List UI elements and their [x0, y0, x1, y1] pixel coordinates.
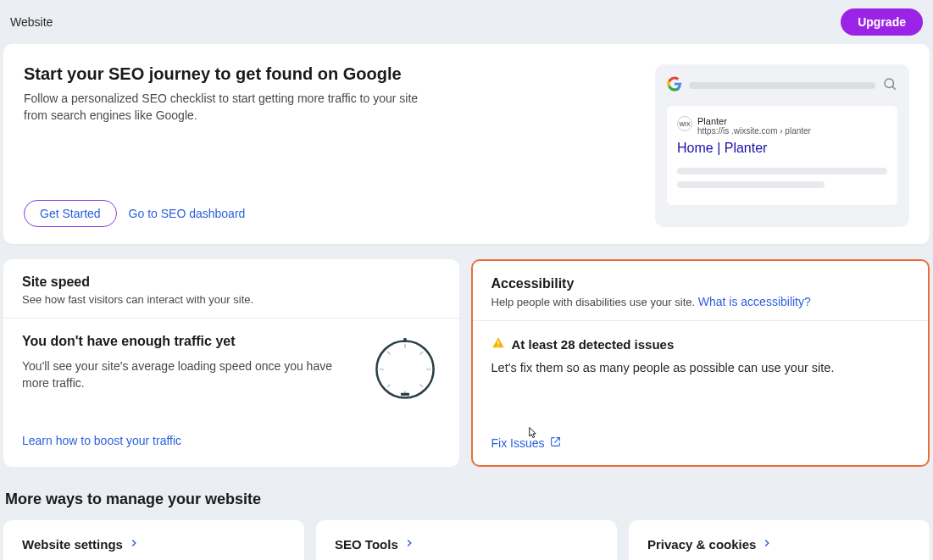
- boost-traffic-link[interactable]: Learn how to boost your traffic: [22, 434, 181, 447]
- accessibility-subtitle: Help people with disabilities use your s…: [491, 295, 910, 308]
- site-speed-subtitle: See how fast visitors can interact with …: [22, 293, 441, 306]
- google-logo-icon: [667, 76, 682, 94]
- seo-tools-card[interactable]: SEO Tools: [316, 520, 617, 560]
- upgrade-button[interactable]: Upgrade: [841, 8, 923, 36]
- warning-icon: [491, 336, 505, 352]
- svg-rect-13: [497, 341, 498, 345]
- site-speed-description: You'll see your site's average loading s…: [22, 358, 353, 392]
- accessibility-subtitle-text: Help people with disabilities use your s…: [491, 296, 698, 308]
- more-ways-heading: More ways to manage your website: [5, 491, 928, 508]
- serp-result: WIX Planter https://is .wixsite.com › pl…: [667, 106, 897, 205]
- seo-card: Start your SEO journey to get found on G…: [3, 44, 930, 244]
- serp-search-bar-placeholder: [689, 82, 875, 89]
- gauge-icon: [369, 334, 441, 405]
- svg-point-2: [376, 341, 433, 398]
- more-card-title: SEO Tools: [335, 537, 398, 552]
- svg-line-1: [892, 86, 895, 89]
- search-icon: [882, 76, 897, 94]
- seo-title: Start your SEO journey to get found on G…: [24, 64, 635, 84]
- what-is-accessibility-link[interactable]: What is accessibility?: [698, 295, 811, 308]
- svg-rect-14: [497, 346, 498, 347]
- serp-favicon: WIX: [677, 116, 692, 131]
- accessibility-issue-heading: At least 28 detected issues: [512, 337, 675, 352]
- external-link-icon: [550, 436, 561, 450]
- fix-issues-link[interactable]: Fix Issues: [491, 436, 561, 450]
- accessibility-card: Accessibility Help people with disabilit…: [471, 259, 930, 467]
- accessibility-issue-desc: Let's fix them so as many people as poss…: [491, 361, 910, 374]
- svg-point-0: [885, 79, 894, 88]
- privacy-cookies-card[interactable]: Privacy & cookies: [629, 520, 930, 560]
- accessibility-title: Accessibility: [491, 276, 910, 291]
- more-card-title: Privacy & cookies: [647, 537, 756, 552]
- site-speed-heading: You don't have enough traffic yet: [22, 334, 353, 349]
- get-started-button[interactable]: Get Started: [24, 200, 117, 227]
- page-title: Website: [10, 15, 53, 29]
- cursor-icon: [524, 425, 539, 445]
- more-card-title: Website settings: [22, 537, 123, 552]
- chevron-right-icon: [403, 537, 415, 552]
- serp-site-url: https://is .wixsite.com › planter: [697, 126, 811, 136]
- serp-placeholder-line: [677, 181, 825, 188]
- site-speed-title: Site speed: [22, 274, 441, 290]
- site-speed-card: Site speed See how fast visitors can int…: [3, 259, 459, 467]
- serp-preview: WIX Planter https://is .wixsite.com › pl…: [655, 64, 909, 227]
- svg-rect-12: [400, 393, 408, 396]
- svg-rect-3: [403, 338, 406, 342]
- chevron-right-icon: [128, 537, 140, 552]
- seo-dashboard-link[interactable]: Go to SEO dashboard: [129, 207, 246, 220]
- seo-description: Follow a personalized SEO checklist to s…: [24, 91, 422, 124]
- serp-result-title: Home | Planter: [677, 141, 887, 156]
- website-settings-card[interactable]: Website settings: [3, 520, 304, 560]
- serp-placeholder-line: [677, 168, 887, 175]
- chevron-right-icon: [761, 537, 773, 552]
- serp-site-name: Planter: [697, 116, 811, 126]
